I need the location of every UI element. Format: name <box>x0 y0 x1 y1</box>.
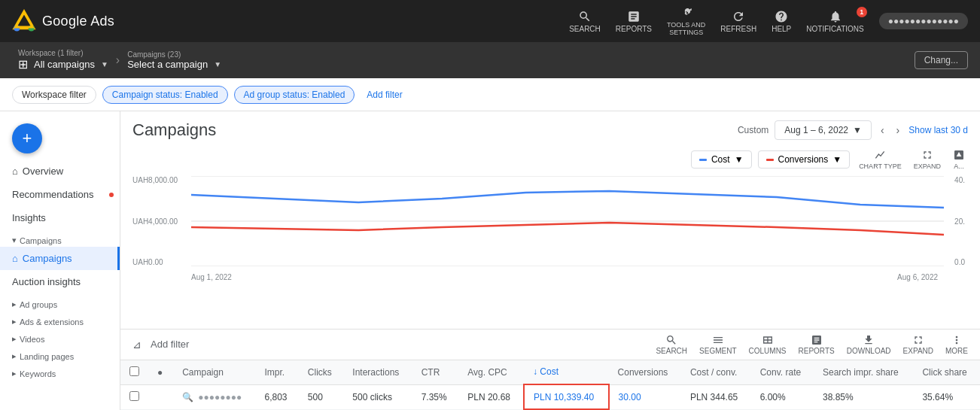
add-filter-button[interactable]: Add filter <box>361 87 408 103</box>
sidebar-section-ad-groups[interactable]: ▸ Ad groups <box>0 293 120 311</box>
auto-label: A... <box>954 162 964 170</box>
fab-button[interactable]: + <box>12 123 42 153</box>
sidebar-section-landing-pages[interactable]: ▸ Landing pages <box>0 345 120 363</box>
sidebar-section-keywords[interactable]: ▸ Keywords <box>0 363 120 380</box>
chart-controls: Cost ▼ Conversions ▼ CHART TYPE EXPAND <box>132 146 968 173</box>
columns-icon <box>762 334 774 346</box>
table-reports-button[interactable]: REPORTS <box>799 334 835 355</box>
ad-group-status-filter-chip[interactable]: Ad group status: Enabled <box>234 86 355 104</box>
cost-link[interactable]: PLN 10,339.40 <box>534 392 594 402</box>
y-right-top: 40. <box>942 176 965 184</box>
header-campaign[interactable]: Campaign <box>173 360 255 385</box>
google-ads-logo-icon <box>12 9 36 33</box>
sidebar-item-overview[interactable]: ⌂ Overview <box>0 159 120 183</box>
main-layout: + ⌂ Overview Recommendations Insights ▾ … <box>0 111 980 410</box>
table-search-label: SEARCH <box>656 347 687 355</box>
show-last-button[interactable]: Show last 30 d <box>908 125 968 135</box>
conversions-metric-button[interactable]: Conversions ▼ <box>758 150 851 169</box>
magnify-icon[interactable]: 🔍 <box>182 392 193 402</box>
table-expand-label: EXPAND <box>903 347 933 355</box>
sidebar-item-recommendations[interactable]: Recommendations <box>0 183 120 206</box>
header-cost-conv[interactable]: Cost / conv. <box>681 360 751 385</box>
select-all-checkbox[interactable] <box>129 366 139 376</box>
date-prev-button[interactable]: ‹ <box>878 121 887 139</box>
chevron-right-icon-keywords: ▸ <box>12 369 17 378</box>
auto-button[interactable]: A... <box>950 146 968 173</box>
change-button[interactable]: Chang... <box>915 51 968 69</box>
help-nav-item[interactable]: HELP <box>772 10 791 33</box>
header-status[interactable]: ● <box>148 360 173 385</box>
header-conversions[interactable]: Conversions <box>609 360 681 385</box>
chevron-right-icon-videos: ▸ <box>12 334 17 344</box>
y-label-mid: UAH4,000.00 <box>132 217 189 226</box>
sidebar-item-auction-insights[interactable]: Auction insights <box>0 270 120 293</box>
notifications-nav-item[interactable]: 1 NOTIFICATIONS <box>806 10 863 33</box>
date-controls: Custom Aug 1 – 6, 2022 ▼ ‹ › Show last 3… <box>738 120 968 140</box>
row-search-impr-cell: 38.85% <box>814 384 913 409</box>
sidebar-section-videos[interactable]: ▸ Videos <box>0 328 120 345</box>
refresh-nav-item[interactable]: REFRESH <box>720 10 756 33</box>
table-add-filter-text[interactable]: Add filter <box>151 339 189 350</box>
row-cost-cell[interactable]: PLN 10,339.40 <box>524 384 609 409</box>
reports-nav-item[interactable]: REPORTS <box>616 10 652 33</box>
table-columns-label: COLUMNS <box>749 347 787 355</box>
sidebar-section-ad-groups-label: Ad groups <box>20 300 57 309</box>
grid-icon: ⊞ <box>18 57 28 71</box>
header-conv-rate[interactable]: Conv. rate <box>751 360 814 385</box>
table-search-button[interactable]: SEARCH <box>656 334 687 355</box>
x-label-end: Aug 6, 2022 <box>897 273 938 281</box>
table-columns-button[interactable]: COLUMNS <box>749 334 787 355</box>
cost-metric-button[interactable]: Cost ▼ <box>691 150 752 169</box>
table-header-row: ● Campaign Impr. Clicks Interac <box>120 360 980 385</box>
table-segment-button[interactable]: SEGMENT <box>699 334 736 355</box>
campaigns-table: ● Campaign Impr. Clicks Interac <box>120 360 980 411</box>
tools-nav-item[interactable]: TOOLS ANDSETTINGS <box>667 6 705 36</box>
help-nav-label: HELP <box>772 25 791 33</box>
workspace-sublabel: Workspace (1 filter) <box>18 49 108 57</box>
workspace-filter-chip[interactable]: Workspace filter <box>12 86 96 104</box>
date-range-button[interactable]: Aug 1 – 6, 2022 ▼ <box>775 120 872 140</box>
header-avg-cpc[interactable]: Avg. CPC <box>458 360 524 385</box>
date-next-button[interactable]: › <box>893 121 903 139</box>
account-selector[interactable]: ●●●●●●●●●●●●● <box>879 13 968 29</box>
search-nav-item[interactable]: SEARCH <box>569 10 601 33</box>
segment-icon <box>712 334 724 346</box>
workspace-breadcrumb[interactable]: Workspace (1 filter) ⊞ All campaigns ▼ <box>12 46 114 74</box>
table-reports-icon <box>811 334 823 346</box>
workspace-main-label: ⊞ All campaigns ▼ <box>18 57 108 71</box>
header-search-impr[interactable]: Search impr. share <box>814 360 913 385</box>
download-icon <box>863 334 875 346</box>
sidebar-item-campaigns[interactable]: ⌂ Campaigns <box>0 247 120 270</box>
sidebar-item-insights[interactable]: Insights <box>0 206 120 229</box>
chevron-down-icon-campaigns: ▾ <box>12 235 17 245</box>
table-more-button[interactable]: MORE <box>945 334 968 355</box>
campaigns-dropdown-icon[interactable]: ▼ <box>214 60 221 68</box>
tools-nav-label: TOOLS ANDSETTINGS <box>667 21 705 36</box>
row-checkbox[interactable] <box>129 391 139 401</box>
notifications-nav-label: NOTIFICATIONS <box>806 25 863 33</box>
sidebar-section-ads-extensions[interactable]: ▸ Ads & extensions <box>0 311 120 328</box>
search-icon <box>578 10 592 23</box>
header-ctr[interactable]: CTR <box>412 360 459 385</box>
table-download-button[interactable]: DOWNLOAD <box>847 334 891 355</box>
chart-type-button[interactable]: CHART TYPE <box>856 146 905 173</box>
chart-expand-button[interactable]: EXPAND <box>911 146 944 173</box>
workspace-dropdown-icon[interactable]: ▼ <box>101 60 108 68</box>
campaign-status-filter-chip[interactable]: Campaign status: Enabled <box>102 86 228 104</box>
header-cost[interactable]: ↓ Cost <box>524 360 609 385</box>
header-interactions[interactable]: Interactions <box>343 360 412 385</box>
row-conversions-cell[interactable]: 30.00 <box>609 384 681 409</box>
top-navigation: Google Ads SEARCH REPORTS TOOLS ANDSETTI… <box>0 0 980 42</box>
header-impr[interactable]: Impr. <box>256 360 299 385</box>
header-click-share[interactable]: Click share <box>913 360 980 385</box>
table-expand-button[interactable]: EXPAND <box>903 334 933 355</box>
table-expand-icon <box>912 334 924 346</box>
top-nav-right: SEARCH REPORTS TOOLS ANDSETTINGS REFRESH… <box>569 6 968 36</box>
sidebar: + ⌂ Overview Recommendations Insights ▾ … <box>0 111 120 410</box>
sidebar-section-campaigns[interactable]: ▾ Campaigns <box>0 229 120 247</box>
campaign-name-text[interactable]: ●●●●●●●● <box>198 392 242 402</box>
header-clicks[interactable]: Clicks <box>299 360 343 385</box>
y-axis-right: 40. 20. 0.0 <box>942 176 965 266</box>
auto-icon <box>953 149 965 161</box>
campaigns-breadcrumb[interactable]: Campaigns (23) Select a campaign ▼ <box>121 47 227 73</box>
